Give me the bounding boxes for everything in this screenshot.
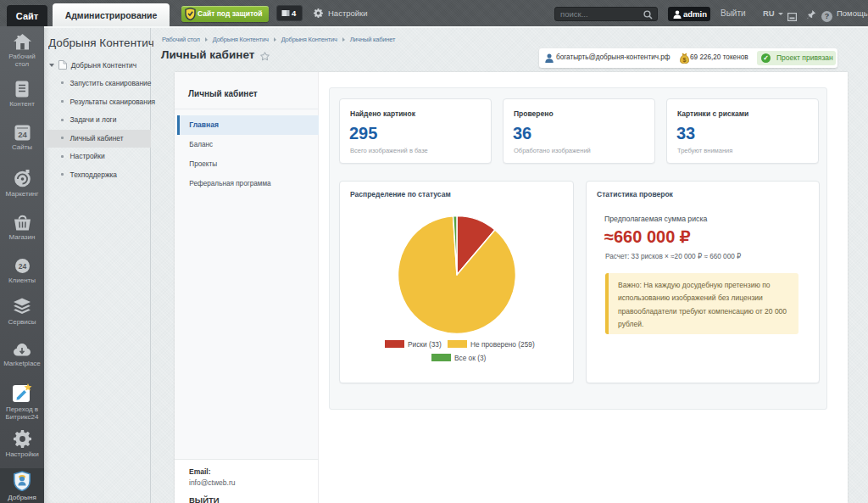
svg-text:24: 24 <box>18 262 26 271</box>
svg-text:24: 24 <box>18 130 27 139</box>
svg-text:$: $ <box>683 57 687 64</box>
